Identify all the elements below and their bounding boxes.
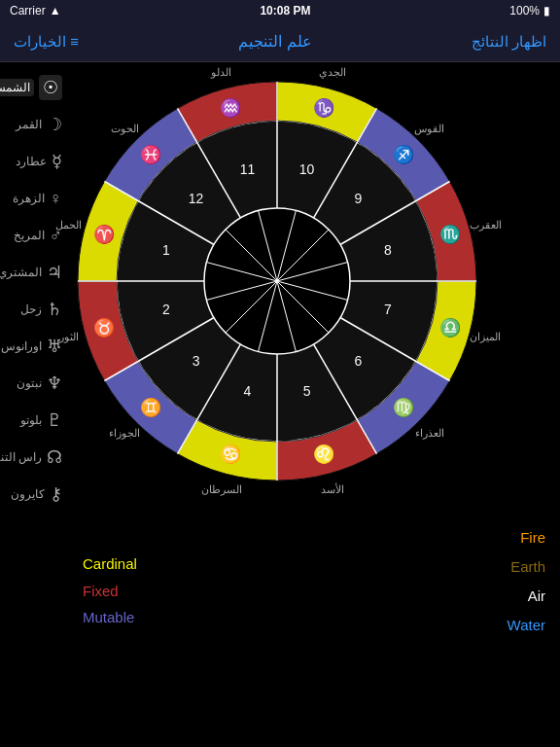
- zodiac-name-2: العقرب: [456, 216, 514, 235]
- cardinal-label: Cardinal: [83, 551, 137, 577]
- status-right: 100% ▮: [509, 4, 550, 18]
- planet-name-11: كايرون: [11, 487, 45, 501]
- zodiac-name-0: الجدي: [303, 63, 362, 83]
- planet-item-6[interactable]: زحل ♄: [0, 292, 68, 327]
- water-label: Water: [508, 617, 545, 633]
- planet-symbol-5: ♃: [47, 262, 62, 283]
- options-button[interactable]: الخيارات ≡: [14, 33, 79, 51]
- zodiac-name-5: الأسد: [303, 480, 362, 499]
- zodiac-name-1: القوس: [401, 119, 459, 138]
- zodiac-symbol-1: ♐: [392, 143, 415, 166]
- air-label: Air: [528, 587, 545, 604]
- planet-item-5[interactable]: المشتري ♃: [0, 255, 68, 290]
- planet-item-8[interactable]: نبتون ♆: [0, 366, 68, 401]
- planet-symbol-3: ♀: [50, 189, 63, 209]
- zodiac-name-7: الجوزاء: [95, 424, 154, 444]
- wifi-icon: ▲: [50, 4, 61, 18]
- zodiac-name-8: الثور: [40, 327, 98, 346]
- planet-item-1[interactable]: القمر ☽: [0, 107, 68, 142]
- battery-label: 100%: [509, 4, 540, 18]
- planet-item-2[interactable]: عطارد ☿: [0, 144, 68, 179]
- carrier-label: Carrier: [10, 4, 46, 18]
- nav-bar: الخيارات ≡ علم التنجيم اظهار النتائج: [0, 21, 560, 62]
- zodiac-name-9: الحمل: [40, 216, 98, 235]
- planet-name-1: القمر: [16, 118, 42, 131]
- planet-symbol-2: ☿: [52, 151, 62, 172]
- zodiac-symbol-4: ♍: [392, 396, 415, 419]
- earth-label: Earth: [510, 558, 545, 575]
- planet-symbol-10: ☊: [47, 446, 62, 468]
- planet-name-7: اورانوس: [1, 339, 42, 353]
- planet-symbol-6: ♄: [47, 299, 62, 320]
- planet-name-2: عطارد: [16, 155, 47, 168]
- status-left: Carrier ▲: [10, 4, 61, 18]
- zodiac-symbol-0: ♑: [312, 96, 335, 120]
- modality-legend: Cardinal Fixed Mutable: [83, 551, 137, 630]
- show-results-button[interactable]: اظهار النتائج: [472, 33, 546, 51]
- zodiac-symbol-7: ♊: [139, 396, 162, 419]
- zodiac-symbol-10: ♓: [139, 143, 162, 166]
- planet-item-11[interactable]: كايرون ⚷: [0, 477, 68, 512]
- zodiac-labels-container: ♑الجدي♐القوس♏العقرب♎الميزان♍العذراء♌الأس…: [68, 72, 486, 490]
- content-area: 109876543211211 ♑الجدي♐القوس♏العقرب♎المي…: [68, 62, 560, 747]
- planet-item-0[interactable]: الشمس ☉: [0, 70, 68, 105]
- zodiac-name-6: السرطان: [192, 480, 251, 499]
- fire-label: Fire: [520, 529, 545, 546]
- planet-name-10: راس التنين: [0, 450, 42, 464]
- planet-sidebar: الشمس ☉ القمر ☽ عطارد ☿ الزهرة ♀ المريخ …: [0, 62, 68, 747]
- planet-symbol-1: ☽: [47, 114, 62, 135]
- planet-symbol-9: ♇: [47, 409, 62, 431]
- battery-icon: ▮: [543, 4, 550, 18]
- planet-name-5: المشتري: [0, 266, 42, 279]
- zodiac-name-4: العذراء: [401, 424, 459, 444]
- main-area: الشمس ☉ القمر ☽ عطارد ☿ الزهرة ♀ المريخ …: [0, 62, 560, 747]
- planet-item-3[interactable]: الزهرة ♀: [0, 181, 68, 216]
- zodiac-name-10: الحوت: [95, 119, 154, 138]
- planet-name-8: نبتون: [17, 376, 42, 390]
- planet-symbol-0: ☉: [39, 75, 62, 100]
- zodiac-symbol-6: ♋: [219, 443, 242, 466]
- planet-name-9: بلوتو: [20, 413, 42, 427]
- zodiac-symbol-11: ♒: [219, 96, 242, 120]
- planet-item-9[interactable]: بلوتو ♇: [0, 403, 68, 438]
- planet-symbol-11: ⚷: [50, 483, 62, 505]
- planet-symbol-8: ♆: [47, 373, 62, 394]
- status-bar: Carrier ▲ 10:08 PM 100% ▮: [0, 0, 560, 21]
- fixed-label: Fixed: [83, 578, 137, 604]
- planet-name-3: الزهرة: [13, 192, 45, 205]
- zodiac-name-3: الميزان: [456, 327, 514, 346]
- mutable-label: Mutable: [83, 604, 137, 630]
- element-legend: Fire Earth Air Water: [508, 523, 545, 640]
- nav-title: علم التنجيم: [238, 32, 311, 51]
- zodiac-name-11: الدلو: [192, 63, 251, 83]
- planet-item-10[interactable]: راس التنين ☊: [0, 440, 68, 475]
- planet-name-0: الشمس: [0, 79, 34, 96]
- zodiac-symbol-5: ♌: [312, 443, 335, 466]
- planet-name-6: زحل: [20, 302, 42, 316]
- status-time: 10:08 PM: [260, 4, 310, 18]
